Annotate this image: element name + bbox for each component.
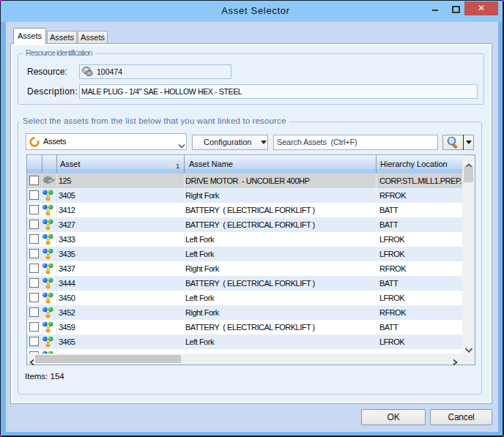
svg-text:1: 1 — [176, 162, 179, 170]
